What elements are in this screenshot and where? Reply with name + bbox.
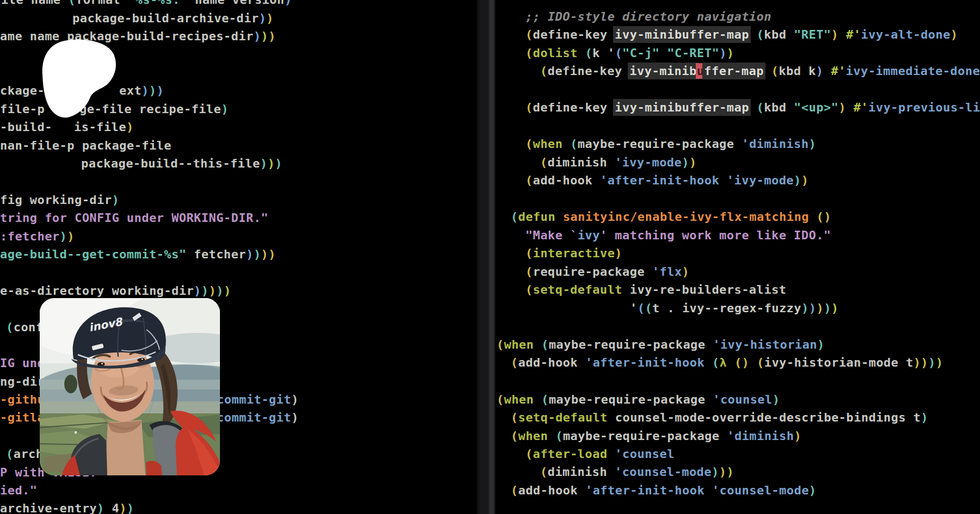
code-token: 'after-init-hook [600, 174, 719, 187]
code-line: fig working-dir) [0, 191, 119, 209]
code-token [705, 356, 712, 369]
code-token: -gitla [0, 411, 45, 424]
code-token: ( [511, 411, 518, 424]
code-token: add-hook [518, 484, 585, 497]
code-line: commit-git) [217, 408, 299, 427]
code-token: e-as-directory working-dir [0, 284, 194, 298]
window-divider[interactable] [477, 0, 495, 514]
code-token: ( [511, 429, 518, 443]
code-token: kbd [764, 28, 794, 41]
code-line: e-as-directory working-dir))))) [0, 282, 231, 300]
code-token: ) [809, 484, 817, 497]
right-code-window[interactable]: ;; IDO-style directory navigation(define… [495, 0, 980, 514]
code-token [660, 46, 667, 60]
code-token: k [592, 46, 607, 60]
code-token: ( [6, 447, 14, 461]
highlighted-symbol: ffer-map [704, 64, 764, 78]
code-token: kbd k [779, 64, 816, 78]
code-token: ( [525, 46, 533, 60]
highlighted-symbol: ivy-minib [629, 64, 696, 78]
code-line: (add-hook 'after-init-hook (λ () (ivy-hi… [511, 354, 943, 372]
code-token: ( [525, 101, 533, 114]
code-token: ) [267, 157, 275, 170]
code-token: ( [555, 429, 563, 443]
code-token: 'ivy-mode [615, 156, 682, 169]
code-token: diminish [548, 465, 615, 479]
code-token: diminish [548, 156, 615, 169]
code-token: maybe-require-package [549, 338, 713, 351]
code-token: ( [525, 174, 533, 187]
code-token: ied." [0, 484, 37, 497]
code-line: (interactive) [525, 244, 622, 263]
code-line: (setq-default ivy-re-builders-alist [525, 281, 786, 299]
code-line: (after-load 'counsel [525, 445, 675, 463]
code-token: ( [68, 0, 76, 7]
code-token: ( [511, 356, 518, 369]
code-token: "Make ` [525, 228, 578, 242]
code-token: :fetcher [0, 230, 60, 243]
code-token: counsel-mode-override-describe-bindings … [608, 411, 921, 424]
code-token: 'counsel [615, 447, 675, 461]
code-token: ( [817, 210, 824, 224]
code-token: ivy-re-builders-alist [622, 283, 786, 296]
code-token: package-build--this-file [81, 157, 260, 170]
code-token: add-hook [533, 174, 600, 187]
code-line: commit-git) [217, 391, 299, 409]
code-token: ) [194, 284, 201, 298]
code-line: tring for CONFIG under WORKING-DIR." [0, 209, 268, 227]
code-token: ) [794, 429, 801, 443]
code-token: ) [142, 84, 149, 97]
code-token: ) [816, 301, 824, 315]
code-line: (when (maybe-require-package 'diminish) [525, 135, 816, 153]
code-line: ied." [0, 481, 37, 500]
code-token: ) [801, 174, 809, 187]
code-token: ) [831, 301, 839, 315]
highlighted-symbol: ivy-minibuffer-map [615, 28, 749, 41]
code-token: ) [127, 501, 134, 514]
code-token: ( [645, 301, 652, 315]
code-token: ' matching work more like IDO." [600, 228, 831, 242]
code-token: age-build--get-commit-%s" [0, 247, 186, 261]
blob-shape [42, 40, 116, 118]
code-token: ivy-immediate-done [846, 64, 980, 78]
code-token: ( [511, 484, 518, 497]
code-token [838, 28, 846, 41]
code-token: ( [771, 64, 779, 78]
code-token: ) [615, 246, 622, 260]
code-line: IG und [0, 354, 45, 373]
code-token [578, 46, 585, 60]
code-token: ) [921, 356, 928, 369]
code-line: (conf [6, 318, 43, 337]
code-line: (diminish 'ivy-mode)) [540, 153, 697, 172]
code-token: define-key [533, 101, 615, 114]
code-token: ) [817, 338, 825, 351]
code-token: ( [511, 210, 518, 224]
code-token: ( [638, 301, 645, 315]
code-line: -gitla [0, 408, 45, 427]
code-token: 'ivy-historian [713, 338, 817, 351]
code-token: ) [936, 356, 944, 369]
code-line: (require-package 'flx) [525, 263, 689, 281]
code-token: tring for CONFIG under WORKING-DIR." [0, 211, 268, 225]
code-token: #' [831, 64, 846, 78]
code-token: "%s-%s." [128, 0, 188, 7]
code-token: format [76, 0, 128, 7]
code-token [727, 356, 734, 369]
code-token [764, 64, 771, 78]
code-line: ;; IDO-style directory navigation [525, 8, 771, 26]
code-token: "<up>" [794, 101, 838, 114]
code-token: ( [497, 393, 504, 406]
code-token: 'diminish [727, 429, 794, 443]
code-token: ) [951, 28, 958, 41]
code-token [705, 484, 712, 497]
code-token: ) [259, 11, 266, 25]
code-token: ) [291, 411, 299, 424]
code-token: 'counsel-mode [712, 484, 809, 497]
code-token: ivy-alt-done [861, 28, 950, 41]
code-token: define-key [533, 28, 615, 41]
code-token: ( [540, 64, 548, 78]
code-token: ) [260, 157, 268, 170]
code-line: :fetcher)) [0, 227, 75, 246]
code-token: ) [201, 284, 209, 298]
code-token: #' [854, 101, 868, 114]
